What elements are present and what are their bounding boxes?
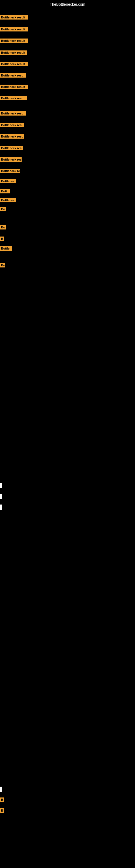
bottleneck-badge: Bottleneck res — [0, 146, 23, 150]
bottleneck-badge: Bo — [0, 207, 6, 211]
bottleneck-badge: Bottleneck result — [0, 38, 28, 43]
bottleneck-badge — [0, 483, 2, 488]
bottleneck-badge — [0, 504, 2, 510]
bottleneck-badge: Bottleneck result — [0, 27, 28, 31]
bottleneck-badge: Bottleneck resu — [0, 73, 26, 78]
bottleneck-badge: Bottleneck result — [0, 62, 28, 66]
bottleneck-badge — [0, 786, 2, 792]
bottleneck-badge: Bottleneck re — [0, 169, 20, 173]
bottleneck-badge: Bottleneck resu — [0, 96, 27, 100]
bottleneck-badge: Bott — [0, 189, 10, 193]
bottleneck-badge: Bottleneck resu — [0, 111, 26, 116]
bottleneck-badge: Bottlenec — [0, 179, 16, 183]
bottleneck-badge: B — [0, 237, 4, 241]
bottleneck-badge: Bottleneck result — [0, 15, 28, 20]
bottleneck-badge: B — [0, 808, 4, 813]
bottleneck-badge: Bottle — [0, 246, 12, 251]
bottleneck-badge: Bottlenec — [0, 198, 16, 203]
bottleneck-badge: Bottleneck result — [0, 85, 28, 89]
bottleneck-badge — [0, 494, 2, 499]
bottleneck-badge: Bottleneck resu — [0, 134, 24, 138]
bottleneck-badge: Bo — [0, 225, 6, 229]
bottleneck-badge: Bottleneck result — [0, 51, 27, 55]
bottleneck-badge: Bo — [0, 263, 5, 268]
bottleneck-badge: Bottleneck resu — [0, 123, 24, 127]
bottleneck-badge: B — [0, 798, 4, 802]
site-title: TheBottlenecker.com — [0, 2, 135, 6]
bottleneck-badge: Bottleneck res — [0, 157, 21, 162]
